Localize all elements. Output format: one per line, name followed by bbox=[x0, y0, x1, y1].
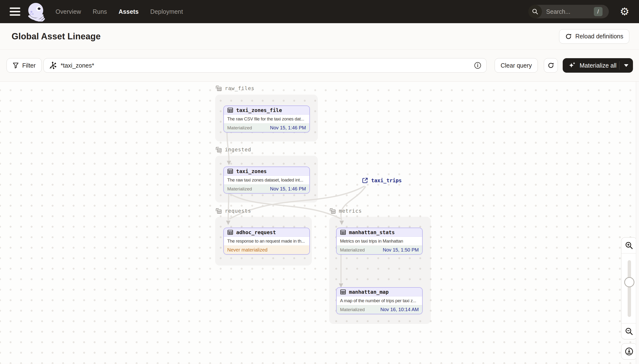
search-input[interactable]: / bbox=[528, 5, 609, 18]
external-link-icon bbox=[362, 177, 368, 184]
menu-bar bbox=[10, 11, 20, 12]
search-shortcut-badge: / bbox=[594, 7, 602, 16]
asset-name: manhattan_map bbox=[349, 289, 389, 295]
group-table-icon bbox=[215, 208, 222, 214]
refresh-icon bbox=[547, 62, 554, 69]
group-label-raw-files[interactable]: raw_files bbox=[215, 85, 255, 92]
download-view-button[interactable] bbox=[621, 343, 637, 360]
asset-status-row: Materialized Nov 15, 1:46 PM bbox=[224, 184, 309, 193]
asset-description: Metrics on taxi trips in Manhattan bbox=[337, 237, 422, 246]
group-label-ingested[interactable]: ingested bbox=[215, 146, 251, 153]
search-icon bbox=[528, 5, 542, 18]
external-asset-taxi-trips[interactable]: taxi_trips bbox=[362, 177, 402, 184]
group-table-icon bbox=[215, 85, 222, 92]
asset-description: A map of the number of trips per taxi z.… bbox=[337, 296, 422, 305]
materialize-all-label: Materialize all bbox=[579, 62, 616, 69]
status-label: Materialized bbox=[340, 307, 365, 312]
asset-name: taxi_zones_file bbox=[236, 108, 282, 113]
nav-links: Overview Runs Assets Deployment bbox=[56, 8, 183, 15]
group-table-icon bbox=[215, 146, 222, 153]
asset-status-row: Materialized Nov 15, 1:50 PM bbox=[337, 246, 422, 254]
status-timestamp[interactable]: Nov 15, 1:46 PM bbox=[270, 186, 306, 192]
asset-node-header: adhoc_request bbox=[224, 228, 309, 237]
asset-node-header: manhattan_stats bbox=[337, 228, 422, 237]
table-icon bbox=[227, 107, 233, 113]
page-title: Global Asset Lineage bbox=[12, 32, 101, 42]
zoom-in-icon bbox=[625, 241, 633, 250]
materialize-all-button[interactable]: Materialize all bbox=[563, 58, 619, 73]
zoom-slider-handle[interactable] bbox=[624, 277, 634, 287]
reload-definitions-button[interactable]: Reload definitions bbox=[559, 29, 629, 44]
asset-status-row: Materialized Nov 15, 1:46 PM bbox=[224, 123, 309, 132]
filter-funnel-icon bbox=[13, 62, 19, 68]
clear-query-label: Clear query bbox=[501, 62, 532, 69]
materialize-all-button-group: Materialize all bbox=[563, 58, 633, 73]
reload-definitions-label: Reload definitions bbox=[575, 33, 623, 40]
dagster-logo-icon[interactable] bbox=[26, 2, 46, 22]
filter-label: Filter bbox=[22, 62, 36, 69]
asset-node-header: manhattan_map bbox=[337, 288, 422, 296]
status-label: Materialized bbox=[227, 186, 252, 192]
clear-query-button[interactable]: Clear query bbox=[495, 58, 538, 73]
search-field[interactable] bbox=[546, 8, 587, 15]
asset-name: adhoc_request bbox=[236, 230, 276, 235]
asset-name: taxi_zones bbox=[236, 168, 267, 174]
group-label-metrics[interactable]: metrics bbox=[329, 208, 362, 214]
menu-bar bbox=[10, 14, 20, 16]
asset-node-taxi-zones-file[interactable]: taxi_zones_file The raw CSV file for the… bbox=[223, 106, 310, 132]
asset-node-header: taxi_zones_file bbox=[224, 106, 309, 115]
group-name: metrics bbox=[339, 208, 362, 214]
zoom-in-button[interactable] bbox=[621, 237, 637, 253]
asset-name: manhattan_stats bbox=[349, 230, 395, 235]
group-table-icon bbox=[329, 208, 336, 214]
materialize-dropdown-button[interactable] bbox=[619, 58, 633, 73]
table-icon bbox=[340, 229, 346, 235]
table-icon bbox=[227, 229, 233, 235]
asset-node-manhattan-map[interactable]: manhattan_map A map of the number of tri… bbox=[336, 287, 423, 314]
status-timestamp[interactable]: Nov 15, 1:50 PM bbox=[383, 247, 419, 253]
asset-query-input[interactable] bbox=[44, 58, 487, 73]
asset-description: The raw taxi zones dataset, loaded int..… bbox=[224, 176, 309, 184]
nav-right-cluster: / ⚙ bbox=[528, 0, 629, 23]
asset-node-adhoc-request[interactable]: adhoc_request The response to an request… bbox=[223, 228, 310, 255]
zoom-slider-track[interactable] bbox=[628, 260, 631, 317]
zoom-out-icon bbox=[625, 327, 633, 336]
nav-item-assets[interactable]: Assets bbox=[119, 8, 139, 15]
asset-query-field[interactable] bbox=[61, 62, 474, 69]
top-nav-bar: Overview Runs Assets Deployment / ⚙ bbox=[0, 0, 639, 23]
nav-item-runs[interactable]: Runs bbox=[93, 8, 107, 15]
nav-item-deployment[interactable]: Deployment bbox=[150, 8, 183, 15]
status-label: Materialized bbox=[227, 125, 252, 130]
settings-gear-icon[interactable]: ⚙ bbox=[620, 6, 629, 17]
status-label: Never materialized bbox=[227, 247, 268, 253]
asset-graph-icon bbox=[49, 61, 57, 70]
status-timestamp[interactable]: Nov 16, 10:14 AM bbox=[380, 307, 419, 312]
zoom-slider[interactable] bbox=[621, 253, 637, 324]
asset-node-taxi-zones[interactable]: taxi_zones The raw taxi zones dataset, l… bbox=[223, 166, 310, 194]
status-timestamp[interactable]: Nov 15, 1:46 PM bbox=[270, 125, 306, 130]
group-label-requests[interactable]: requests bbox=[215, 208, 251, 214]
download-icon bbox=[624, 346, 634, 356]
lineage-canvas[interactable]: raw_files ingested requests metrics bbox=[0, 81, 639, 364]
lineage-toolbar: Filter Clear query bbox=[0, 50, 639, 81]
menu-icon[interactable] bbox=[10, 8, 20, 16]
table-icon bbox=[340, 289, 346, 295]
sparkle-icon bbox=[568, 61, 576, 70]
query-info-icon[interactable] bbox=[474, 62, 481, 69]
table-icon bbox=[227, 168, 233, 174]
reload-icon bbox=[565, 33, 572, 40]
nav-item-overview[interactable]: Overview bbox=[56, 8, 81, 15]
group-name: ingested bbox=[225, 147, 251, 152]
asset-description: The response to an request made in th... bbox=[224, 237, 309, 246]
external-asset-name: taxi_trips bbox=[371, 178, 402, 184]
refresh-button[interactable] bbox=[544, 58, 558, 73]
vertical-scrollbar[interactable] bbox=[636, 82, 639, 364]
status-label: Materialized bbox=[340, 248, 365, 253]
asset-status-row: Materialized Nov 16, 10:14 AM bbox=[337, 305, 422, 314]
asset-description: The raw CSV file for the taxi zones dat.… bbox=[224, 115, 309, 123]
group-name: raw_files bbox=[225, 86, 255, 91]
zoom-out-button[interactable] bbox=[621, 324, 637, 340]
filter-button[interactable]: Filter bbox=[7, 58, 42, 73]
asset-node-manhattan-stats[interactable]: manhattan_stats Metrics on taxi trips in… bbox=[336, 228, 423, 255]
page-header: Global Asset Lineage Reload definitions bbox=[0, 23, 639, 50]
